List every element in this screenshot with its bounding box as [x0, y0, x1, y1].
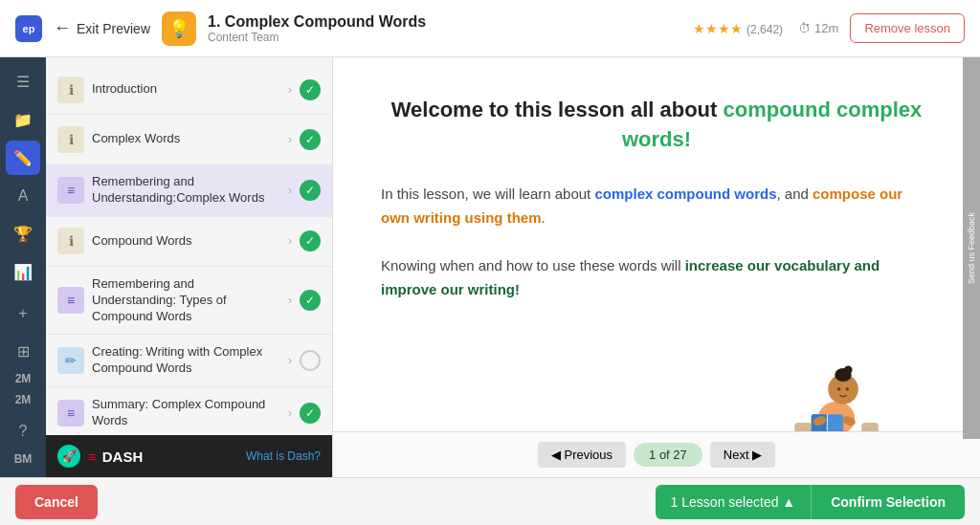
lesson-item-label: Summary: Complex Compound Words — [92, 397, 280, 429]
welcome-title: Welcome to this lesson all about compoun… — [381, 96, 932, 155]
content-team-label: Content Team — [208, 31, 681, 44]
next-button[interactable]: Next ▶ — [710, 442, 775, 468]
content-paragraph-1: In this lesson, we will learn about comp… — [381, 182, 932, 230]
bottom-right-actions: 1 Lesson selected ▲ Confirm Selection — [656, 485, 965, 519]
svg-point-8 — [846, 387, 850, 391]
sidebar-icon-edit[interactable]: ✏️ — [6, 141, 40, 175]
check-icon: ✓ — [300, 180, 321, 201]
sidebar-icon-trophy[interactable]: 🏆 — [6, 217, 40, 252]
para1-highlight1: complex compound words — [594, 186, 776, 202]
list-item[interactable]: ✏ Creating: Writing with Complex Compoun… — [46, 335, 332, 387]
check-icon: ✓ — [300, 230, 321, 252]
content-scroll: Welcome to this lesson all about compoun… — [333, 57, 980, 431]
empty-circle-icon — [300, 350, 321, 371]
list-item[interactable]: ℹ Complex Words › ✓ — [46, 115, 332, 164]
time-label: 12m — [814, 21, 838, 35]
illustration-area — [381, 325, 932, 431]
lesson-item-icon-info: ℹ — [57, 126, 84, 153]
character-illustration — [779, 335, 894, 431]
sidebar-icon-folder[interactable]: 📁 — [6, 103, 40, 138]
check-icon: ✓ — [300, 290, 321, 311]
previous-button[interactable]: ◀ Previous — [538, 442, 626, 468]
sidebar-icon-grid[interactable]: ⊞ — [6, 335, 40, 369]
para2-prefix: Knowing when and how to use these words … — [381, 257, 685, 273]
what-is-dash-link[interactable]: What is Dash? — [246, 449, 321, 463]
svg-rect-2 — [861, 422, 879, 431]
nav-center: ◀ Previous 1 of 27 Next ▶ — [538, 442, 775, 468]
dash-logo: ≡ DASH — [88, 448, 143, 465]
sidebar-icon-font[interactable]: A — [6, 179, 40, 213]
chevron-right-icon: › — [288, 294, 292, 307]
check-icon: ✓ — [300, 129, 321, 150]
confirm-selection-button[interactable]: Confirm Selection — [811, 485, 965, 519]
feedback-tab[interactable]: Send us Feedback — [963, 57, 980, 439]
list-item[interactable]: ℹ Compound Words › ✓ — [46, 217, 332, 267]
nav-progress: 1 of 27 — [634, 443, 702, 467]
svg-point-7 — [837, 387, 841, 391]
lesson-title: 1. Complex Compound Words — [208, 13, 681, 31]
sidebar-label-2m-1: 2M — [15, 372, 32, 385]
header: ep ← Exit Preview 💡 1. Complex Compound … — [0, 0, 980, 57]
lesson-item-icon-list: ≡ — [57, 400, 84, 427]
lesson-item-icon-pencil: ✏ — [57, 347, 84, 374]
sidebar-label-bm: BM — [14, 452, 33, 466]
feedback-label: Send us Feedback — [967, 212, 976, 284]
star-icons: ★★★★ — [693, 21, 743, 36]
chevron-right-icon: › — [288, 234, 292, 248]
lesson-item-label: Complex Words — [92, 131, 280, 147]
chevron-right-icon: › — [288, 133, 292, 146]
lesson-item-icon-list: ≡ — [57, 287, 84, 314]
svg-rect-1 — [794, 422, 812, 431]
content-navigation: ◀ Previous 1 of 27 Next ▶ — [333, 431, 980, 477]
para1-suffix: . — [542, 209, 546, 226]
sidebar-icon-add[interactable]: + — [6, 296, 40, 331]
exit-preview-label: Exit Preview — [77, 21, 150, 36]
cancel-button[interactable]: Cancel — [15, 485, 98, 519]
lesson-icon: 💡 — [162, 11, 196, 46]
exit-preview-button[interactable]: ← Exit Preview — [54, 18, 150, 38]
para1-middle: , and — [776, 186, 813, 202]
check-icon: ✓ — [300, 79, 321, 100]
lesson-item-label: Compound Words — [92, 233, 280, 250]
welcome-prefix: Welcome to this lesson all about — [391, 98, 724, 121]
dash-footer: 🚀 ≡ DASH What is Dash? — [46, 435, 332, 477]
sidebar-icon-menu[interactable]: ☰ — [6, 65, 40, 99]
lesson-item-icon-info: ℹ — [57, 77, 84, 103]
main-layout: ☰ 📁 ✏️ A 🏆 📊 + ⊞ 2M 2M ? BM ℹ Introducti… — [0, 57, 980, 477]
lesson-meta: ★★★★ (2,642) ⏱ 12m — [693, 20, 839, 37]
bottom-bar: Cancel 1 Lesson selected ▲ Confirm Selec… — [0, 477, 980, 525]
remove-lesson-button[interactable]: Remove lesson — [850, 13, 965, 43]
list-item[interactable]: ≡ Summary: Complex Compound Words › ✓ — [46, 387, 332, 435]
stars-rating: ★★★★ (2,642) — [693, 20, 783, 37]
sidebar-icon-help[interactable]: ? — [6, 414, 40, 448]
chevron-right-icon: › — [288, 406, 292, 420]
chevron-right-icon: › — [288, 354, 292, 367]
clock-icon: ⏱ — [798, 21, 811, 35]
lesson-item-label: Creating: Writing with Complex Compound … — [92, 344, 280, 377]
lesson-selected-button[interactable]: 1 Lesson selected ▲ — [656, 485, 812, 519]
dash-icon: 🚀 — [57, 445, 80, 468]
time-meta: ⏱ 12m — [798, 21, 838, 35]
lesson-item-label: Remembering and Understanding:Complex Wo… — [92, 174, 280, 207]
svg-point-6 — [844, 365, 853, 374]
content-paragraph-2: Knowing when and how to use these words … — [381, 253, 932, 302]
lesson-item-icon-info: ℹ — [57, 228, 84, 254]
para1-prefix: In this lesson, we will learn about — [381, 186, 594, 202]
ep-logo: ep — [15, 15, 42, 42]
check-icon: ✓ — [300, 403, 321, 424]
content-area: Welcome to this lesson all about compoun… — [333, 57, 980, 477]
list-item[interactable]: ≡ Remembering and Understanding:Complex … — [46, 164, 332, 217]
chevron-right-icon: › — [288, 83, 292, 97]
list-item[interactable]: ≡ Remembering and Understanding: Types o… — [46, 267, 332, 336]
back-arrow-icon: ← — [54, 18, 71, 38]
lesson-item-icon-list: ≡ — [57, 177, 84, 204]
sidebar-label-2m-2: 2M — [15, 393, 32, 406]
lesson-item-label: Remembering and Understanding: Types of … — [92, 276, 280, 325]
lesson-list: ℹ Introduction › ✓ ℹ Complex Words › ✓ ≡… — [46, 57, 332, 435]
list-item[interactable]: ℹ Introduction › ✓ — [46, 65, 332, 115]
lesson-panel: ℹ Introduction › ✓ ℹ Complex Words › ✓ ≡… — [46, 57, 333, 477]
sidebar-icon-chart[interactable]: 📊 — [6, 254, 40, 289]
icon-sidebar: ☰ 📁 ✏️ A 🏆 📊 + ⊞ 2M 2M ? BM — [0, 57, 46, 477]
lesson-item-label: Introduction — [92, 81, 280, 98]
chevron-right-icon: › — [288, 184, 292, 197]
